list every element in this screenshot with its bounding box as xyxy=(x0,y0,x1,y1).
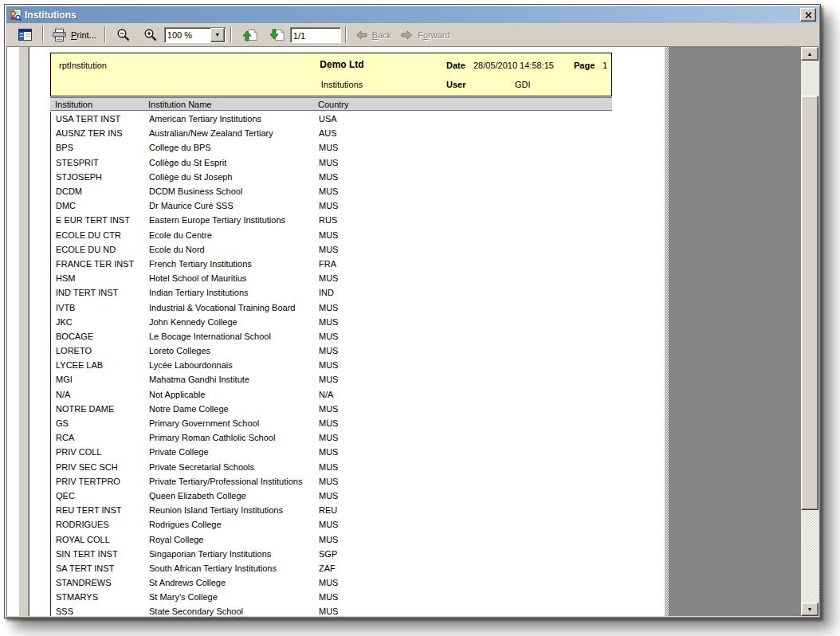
cell-institution-name: Lycée Labourdonnais xyxy=(149,360,319,370)
print-label: Print... xyxy=(71,30,96,40)
back-button[interactable]: Back xyxy=(351,30,396,40)
report-viewer-window: Institutions xyxy=(4,4,821,618)
page-up-icon xyxy=(241,29,257,41)
cell-institution-name: John Kennedy College xyxy=(149,317,319,327)
cell-institution: GS xyxy=(56,418,149,428)
cell-institution-name: St Andrews College xyxy=(149,578,319,587)
table-row: IVTB Industrial & Vocational Training Bo… xyxy=(51,300,612,314)
table-row: LORETO Loreto Colleges MUS xyxy=(51,344,612,358)
date-value: 28/05/2010 14:58:15 xyxy=(473,61,554,70)
page-down-icon xyxy=(269,29,285,41)
toolbar-separator xyxy=(104,26,106,43)
user-label: User xyxy=(446,80,465,89)
group-tree-splitter[interactable] xyxy=(18,47,29,616)
scroll-up-icon: ▲ xyxy=(807,51,813,57)
cell-institution-name: Indian Tertiary Institutions xyxy=(149,288,319,297)
toggle-group-tree-button[interactable] xyxy=(11,25,38,45)
cell-institution: E EUR TERT INST xyxy=(56,215,149,225)
table-row: FRANCE TER INST French Tertiary Institut… xyxy=(51,257,612,271)
table-row: DCDM DCDM Business School MUS xyxy=(51,184,612,198)
report-header-band: rptInstitution Demo Ltd Institutions Dat… xyxy=(50,53,612,96)
table-row: NOTRE DAME Notre Dame College MUS xyxy=(51,402,612,416)
table-row: SA TERT INST South African Tertiary Inst… xyxy=(51,561,612,575)
cell-country: RUS xyxy=(319,215,612,225)
table-row: STMARYS St Mary's College MUS xyxy=(51,590,612,604)
scroll-down-icon: ▼ xyxy=(807,607,813,612)
table-row: SSS State Secondary School MUS xyxy=(51,604,612,616)
close-button[interactable] xyxy=(800,8,816,22)
cell-institution: RODRIGUES xyxy=(56,520,149,529)
table-row: BOCAGE Le Bocage International School MU… xyxy=(51,329,612,344)
scroll-down-button[interactable]: ▼ xyxy=(801,603,818,616)
zoom-level-input[interactable] xyxy=(165,29,210,41)
cell-country: MUS xyxy=(319,520,612,529)
table-row: SIN TERT INST Singaporian Tertiary Insti… xyxy=(51,547,612,561)
cell-institution-name: Collège du St Esprit xyxy=(149,158,319,167)
scroll-up-button[interactable]: ▲ xyxy=(801,47,818,61)
cell-institution-name: Ecole du Nord xyxy=(149,245,319,254)
page-number-box[interactable] xyxy=(290,27,341,43)
cell-country: MUS xyxy=(319,578,612,587)
table-row: REU TERT INST Reunion Island Tertiary In… xyxy=(51,503,612,517)
cell-institution-name: Private Tertiary/Professional Institutio… xyxy=(149,477,319,486)
cell-institution-name: Australian/New Zealand Tertiary xyxy=(149,128,319,138)
table-row: DMC Dr Maurice Curé SSS MUS xyxy=(51,198,612,213)
user-value: GDI xyxy=(515,80,531,89)
table-row: GS Primary Government School MUS xyxy=(51,416,612,430)
zoom-out-icon xyxy=(116,28,131,42)
toolbar: Print... ▼ xyxy=(6,23,818,46)
cell-country: MUS xyxy=(319,404,612,414)
table-row: USA TERT INST American Tertiary Institut… xyxy=(51,112,612,126)
previous-page-button[interactable] xyxy=(236,25,263,45)
cell-institution: PRIV SEC SCH xyxy=(56,462,149,472)
vertical-scrollbar[interactable]: ▲ ▼ xyxy=(801,47,818,616)
page-number-input[interactable] xyxy=(291,29,345,42)
cell-institution: SA TERT INST xyxy=(56,563,149,573)
table-row: JKC John Kennedy College MUS xyxy=(51,315,612,329)
group-tree-icon xyxy=(18,29,32,41)
cell-institution-name: Primary Government School xyxy=(149,418,319,428)
table-row: ECOLE DU ND Ecole du Nord MUS xyxy=(51,242,612,257)
column-header-institution-name: Institution Name xyxy=(148,100,318,109)
titlebar: Institutions xyxy=(6,6,818,23)
cell-institution-name: College du BPS xyxy=(149,143,319,152)
cell-country: MUS xyxy=(319,346,612,355)
forward-label: Forward xyxy=(418,30,449,40)
cell-institution-name: Industrial & Vocational Training Board xyxy=(149,303,319,312)
cell-institution: JKC xyxy=(56,317,149,327)
cell-institution-name: DCDM Business School xyxy=(149,186,319,196)
page-number: 1 xyxy=(603,61,607,70)
cell-institution: BOCAGE xyxy=(56,332,149,341)
scrollbar-thumb[interactable] xyxy=(801,96,818,510)
report-page: rptInstitution Demo Ltd Institutions Dat… xyxy=(50,53,612,616)
cell-institution: REU TERT INST xyxy=(56,505,149,515)
zoom-out-button[interactable] xyxy=(110,25,137,45)
cell-institution: USA TERT INST xyxy=(56,114,149,124)
cell-institution: AUSNZ TER INS xyxy=(56,128,149,138)
toolbar-separator xyxy=(345,26,347,43)
cell-institution-name: Hotel School of Mauritius xyxy=(149,273,319,283)
cell-institution-name: Private College xyxy=(149,447,319,457)
table-row: STESPRIT Collège du St Esprit MUS xyxy=(51,155,612,170)
next-page-button[interactable] xyxy=(263,25,290,45)
cell-institution-name: Mahatma Gandhi Institute xyxy=(149,375,319,384)
zoom-in-button[interactable] xyxy=(137,25,164,45)
cell-country: REU xyxy=(319,505,612,515)
table-row: ROYAL COLL Royal College MUS xyxy=(51,532,612,546)
cell-institution-name: Collège du St Joseph xyxy=(149,172,319,182)
window-title: Institutions xyxy=(25,10,800,21)
cell-institution-name: Royal College xyxy=(149,535,319,544)
cell-country: ZAF xyxy=(319,563,612,573)
cell-country: MUS xyxy=(319,491,612,501)
forward-button[interactable]: Forward xyxy=(396,30,454,40)
cell-country: MUS xyxy=(319,201,612,210)
zoom-level-combobox[interactable]: ▼ xyxy=(164,27,226,43)
cell-institution: STANDREWS xyxy=(56,578,149,587)
cell-country: SGP xyxy=(319,549,612,559)
print-button[interactable]: Print... xyxy=(48,25,100,45)
toolbar-separator xyxy=(230,26,232,43)
cell-institution: STJOSEPH xyxy=(56,172,149,182)
zoom-dropdown-button[interactable]: ▼ xyxy=(210,28,225,42)
cell-country: MUS xyxy=(319,186,612,196)
table-row: AUSNZ TER INS Australian/New Zealand Ter… xyxy=(51,126,612,140)
